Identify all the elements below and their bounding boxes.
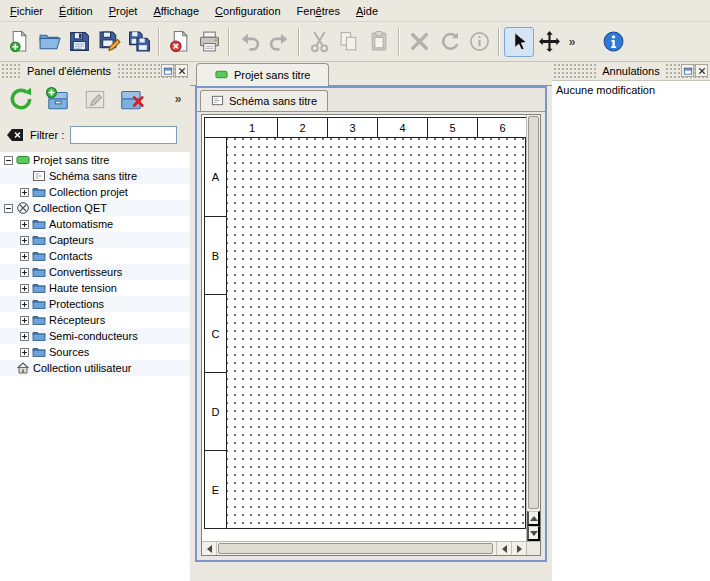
scroll-down-button[interactable] xyxy=(527,526,540,541)
reload-collections-button[interactable] xyxy=(5,83,37,115)
row-header: D xyxy=(205,372,227,450)
tree-item-contacts[interactable]: Contacts xyxy=(0,248,190,264)
vertical-scrollbar[interactable] xyxy=(526,115,540,541)
tab-schema-sans-titre[interactable]: Schéma sans titre xyxy=(200,90,328,111)
menu-affichage[interactable]: Affichage xyxy=(145,2,207,20)
filter-input[interactable] xyxy=(70,126,177,144)
copy-button xyxy=(334,27,364,57)
select-mode-button[interactable] xyxy=(504,27,534,57)
tree-item-projet-sans-titre[interactable]: Projet sans titre xyxy=(0,152,190,168)
tree-item-label: Semi-conducteurs xyxy=(49,330,138,342)
copy-pages-icon xyxy=(338,30,361,53)
scroll-left-button[interactable] xyxy=(202,542,217,555)
clear-filter-icon xyxy=(6,128,24,142)
row-header: A xyxy=(205,138,227,216)
scroll-up-button[interactable] xyxy=(527,511,540,526)
tree-item-convertisseurs[interactable]: Convertisseurs xyxy=(0,264,190,280)
diagram-view[interactable]: 1 2 3 4 5 6 A B C D E xyxy=(201,114,541,556)
rotate-button xyxy=(434,27,464,57)
expand-expander[interactable] xyxy=(20,220,29,229)
menu-aide[interactable]: Aide xyxy=(348,2,386,20)
horizontal-scrollbar-thumb[interactable] xyxy=(218,543,493,554)
expand-expander[interactable] xyxy=(20,300,29,309)
expand-expander[interactable] xyxy=(20,252,29,261)
tree-item-recepteurs[interactable]: Récepteurs xyxy=(0,312,190,328)
undo-list-item[interactable]: Aucune modification xyxy=(552,81,710,99)
save-button[interactable] xyxy=(64,27,94,57)
floppy-pencil-icon xyxy=(98,30,121,53)
undo-history-list[interactable]: Aucune modification xyxy=(552,80,710,581)
undo-dock: Annulations Aucune modification xyxy=(552,62,710,581)
save-as-button[interactable] xyxy=(94,27,124,57)
floppy-stack-icon xyxy=(128,30,151,53)
expand-expander[interactable] xyxy=(20,332,29,341)
row-header: E xyxy=(205,450,227,528)
tree-item-collection-qet[interactable]: Collection QET xyxy=(0,200,190,216)
undo-dock-header[interactable]: Annulations xyxy=(552,62,710,80)
tree-item-label: Schéma sans titre xyxy=(49,170,137,182)
arrow-left-icon xyxy=(502,545,507,553)
project-icon xyxy=(215,68,228,83)
tree-item-label: Sources xyxy=(49,346,89,358)
expand-expander[interactable] xyxy=(20,348,29,357)
delete-element-button[interactable] xyxy=(116,83,148,115)
refresh-green-icon xyxy=(8,86,34,112)
pan-mode-button[interactable] xyxy=(534,27,564,57)
about-button[interactable] xyxy=(598,27,628,57)
expand-expander[interactable] xyxy=(20,268,29,277)
float-dock-button[interactable] xyxy=(681,64,694,77)
save-all-button[interactable] xyxy=(124,27,154,57)
horizontal-scrollbar[interactable] xyxy=(202,541,526,555)
float-icon xyxy=(683,66,693,76)
tree-item-label: Contacts xyxy=(49,250,92,262)
tab-projet-sans-titre[interactable]: Projet sans titre xyxy=(196,63,329,86)
tree-item-collection-utilisateur[interactable]: Collection utilisateur xyxy=(0,360,190,376)
new-element-button[interactable] xyxy=(42,83,74,115)
vertical-scrollbar-thumb[interactable] xyxy=(528,116,539,509)
scroll-right-button[interactable] xyxy=(511,542,526,555)
close-dock-button[interactable] xyxy=(695,64,708,77)
print-button[interactable] xyxy=(194,27,224,57)
toolbar-separator xyxy=(498,28,500,56)
tree-item-collection-projet[interactable]: Collection projet xyxy=(0,184,190,200)
tree-item-automatisme[interactable]: Automatisme xyxy=(0,216,190,232)
menu-fenetres[interactable]: Fenêtres xyxy=(289,2,348,20)
collapse-expander[interactable] xyxy=(4,156,13,165)
clear-filter-button[interactable] xyxy=(6,128,24,142)
tree-item-sources[interactable]: Sources xyxy=(0,344,190,360)
collapse-expander[interactable] xyxy=(4,204,13,213)
page-red-cross-icon xyxy=(168,30,191,53)
column-header: 1 xyxy=(227,118,277,138)
menu-configuration[interactable]: Configuration xyxy=(207,2,288,20)
tree-item-semi-conducteurs[interactable]: Semi-conducteurs xyxy=(0,328,190,344)
menu-edition[interactable]: Édition xyxy=(51,2,101,20)
open-file-button[interactable] xyxy=(34,27,64,57)
menu-fichier[interactable]: Fichier xyxy=(2,2,51,20)
expand-expander[interactable] xyxy=(20,284,29,293)
toolbar-separator xyxy=(398,28,400,56)
sheet-corner xyxy=(205,118,227,138)
expand-expander[interactable] xyxy=(20,236,29,245)
project-icon xyxy=(16,153,30,167)
tree-item-haute-tension[interactable]: Haute tension xyxy=(0,280,190,296)
scroll-left-button-2[interactable] xyxy=(496,542,511,555)
tree-item-label: Protections xyxy=(49,298,104,310)
tree-item-capteurs[interactable]: Capteurs xyxy=(0,232,190,248)
new-file-button[interactable] xyxy=(4,27,34,57)
folder-icon xyxy=(32,281,46,295)
panel-extension-button[interactable]: » xyxy=(171,85,185,113)
elements-panel-header[interactable]: Panel d'éléments xyxy=(0,62,190,80)
float-dock-button[interactable] xyxy=(161,64,174,77)
expand-expander[interactable] xyxy=(20,316,29,325)
cross-icon xyxy=(408,30,431,53)
clipboard-icon xyxy=(368,30,391,53)
menu-projet[interactable]: Projet xyxy=(101,2,146,20)
close-file-button[interactable] xyxy=(164,27,194,57)
tree-item-schema-sans-titre[interactable]: Schéma sans titre xyxy=(0,168,190,184)
toolbar-extension-button[interactable]: » xyxy=(564,28,580,56)
close-dock-button[interactable] xyxy=(175,64,188,77)
tree-item-protections[interactable]: Protections xyxy=(0,296,190,312)
expand-expander[interactable] xyxy=(20,188,29,197)
tree-item-label: Convertisseurs xyxy=(49,266,122,278)
arrow-up-icon xyxy=(530,516,538,521)
